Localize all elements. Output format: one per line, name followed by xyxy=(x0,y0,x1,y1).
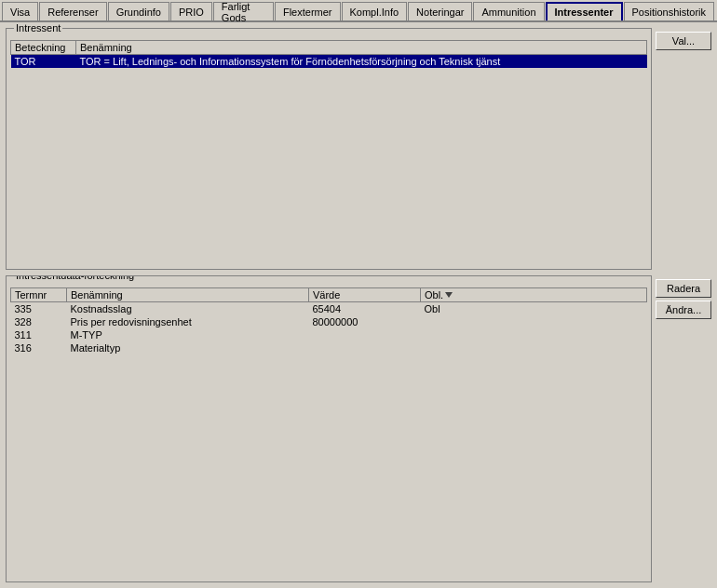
foreteckning-row[interactable]: 311M-TYP xyxy=(11,328,647,341)
foreteckning-group: Intressentdata-förteckning Termnr Benämn… xyxy=(6,275,652,582)
cell-obl xyxy=(421,315,647,328)
sort-arrow-icon xyxy=(445,292,453,298)
cell-termnr: 335 xyxy=(11,302,67,316)
cell-termnr: 311 xyxy=(11,328,67,341)
intressent-group: Intressent BeteckningBenämning TORTOR = … xyxy=(6,28,652,270)
tab-referenser[interactable]: Referenser xyxy=(39,2,106,20)
tab-ammunition[interactable]: Ammunition xyxy=(473,2,544,20)
intressent-title: Intressent xyxy=(14,22,62,33)
intressent-buttons: Val... xyxy=(656,28,711,270)
foreteckning-row[interactable]: 316Materialtyp xyxy=(11,341,647,354)
cell-varde xyxy=(309,341,421,354)
intressent-row[interactable]: TORTOR = Lift, Lednings- och Information… xyxy=(11,55,647,69)
tab-farligt-gods[interactable]: Farligt Gods xyxy=(213,2,274,20)
main-content: Intressent BeteckningBenämning TORTOR = … xyxy=(0,22,717,588)
tab-positionshistorik[interactable]: Positionshistorik xyxy=(624,2,714,20)
cell-termnr: 316 xyxy=(11,341,67,354)
cell-benamning2: Kostnadsslag xyxy=(67,302,309,316)
foreteckning-title: Intressentdata-förteckning xyxy=(14,275,136,281)
col-varde: Värde xyxy=(309,288,421,302)
cell-obl: Obl xyxy=(421,302,647,316)
tab-flextermer[interactable]: Flextermer xyxy=(275,2,341,20)
foreteckning-table-wrapper: Termnr Benämning Värde Obl. xyxy=(10,287,647,578)
foreteckning-row[interactable]: 328Pris per redovisningsenhet80000000 xyxy=(11,315,647,328)
foreteckning-buttons: Radera Ändra... xyxy=(656,275,711,582)
tab-bar: VisaReferenserGrundinfoPRIOFarligt GodsF… xyxy=(0,0,717,22)
foreteckning-row[interactable]: 335Kostnadsslag65404Obl xyxy=(11,302,647,316)
cell-varde xyxy=(309,328,421,341)
th-beteckning: Beteckning xyxy=(11,41,76,55)
cell-benamning2: Pris per redovisningsenhet xyxy=(67,315,309,328)
cell-varde: 65404 xyxy=(309,302,421,316)
foreteckning-table: Termnr Benämning Värde Obl. xyxy=(10,287,647,354)
foreteckning-section: Intressentdata-förteckning Termnr Benämn… xyxy=(6,275,711,582)
radera-button[interactable]: Radera xyxy=(656,279,711,298)
andra-button[interactable]: Ändra... xyxy=(656,301,711,319)
col-obl: Obl. xyxy=(421,288,647,302)
cell-obl xyxy=(421,328,647,341)
cell-termnr: 328 xyxy=(11,315,67,328)
cell-obl xyxy=(421,341,647,354)
tab-grundinfo[interactable]: Grundinfo xyxy=(108,2,169,20)
cell-benamning2: Materialtyp xyxy=(67,341,309,354)
cell-benamning2: M-TYP xyxy=(67,328,309,341)
col-benamning2: Benämning xyxy=(67,288,309,302)
tab-intressenter[interactable]: Intressenter xyxy=(546,2,623,20)
obl-header-content: Obl. xyxy=(425,289,643,301)
obl-label: Obl. xyxy=(425,289,443,301)
intressent-section: Intressent BeteckningBenämning TORTOR = … xyxy=(6,28,711,270)
cell-varde: 80000000 xyxy=(309,315,421,328)
th-benämning: Benämning xyxy=(76,41,647,55)
cell-beteckning: TOR xyxy=(11,55,76,69)
tab-prio[interactable]: PRIO xyxy=(170,2,212,20)
intressent-table-wrapper: BeteckningBenämning TORTOR = Lift, Ledni… xyxy=(10,40,647,265)
tab-kompl-info[interactable]: Kompl.Info xyxy=(342,2,408,20)
col-termnr: Termnr xyxy=(11,288,67,302)
val-button[interactable]: Val... xyxy=(656,32,711,50)
cell-benamning: TOR = Lift, Lednings- och Informationssy… xyxy=(76,55,647,69)
tab-visa[interactable]: Visa xyxy=(2,2,38,20)
intressent-table: BeteckningBenämning TORTOR = Lift, Ledni… xyxy=(10,40,647,68)
tab-noteringar[interactable]: Noteringar xyxy=(408,2,472,20)
